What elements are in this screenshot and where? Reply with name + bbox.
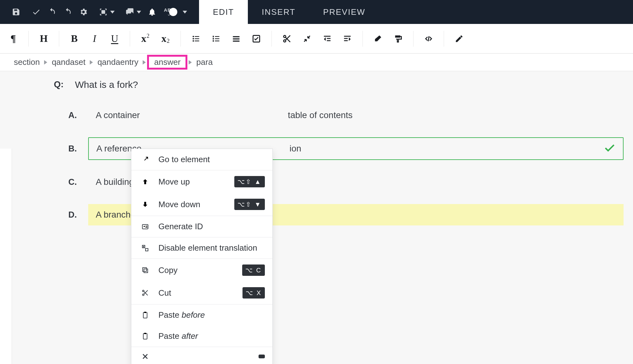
settings-button[interactable] bbox=[76, 5, 91, 19]
question-text[interactable]: What is a fork? bbox=[75, 79, 138, 90]
svg-point-4 bbox=[193, 40, 194, 42]
heading-button[interactable]: H bbox=[34, 30, 54, 48]
svg-rect-27 bbox=[145, 226, 147, 226]
svg-rect-24 bbox=[395, 35, 400, 37]
svg-rect-33 bbox=[143, 312, 147, 318]
format-painter-button[interactable] bbox=[388, 30, 408, 48]
crumb-para[interactable]: para bbox=[193, 56, 216, 68]
indent-button[interactable] bbox=[337, 30, 357, 48]
pencil-icon bbox=[455, 34, 464, 43]
step-list-icon bbox=[232, 34, 241, 43]
ctx-move-down[interactable]: Move down ⌥⇧ ▼ bbox=[131, 193, 272, 216]
svg-rect-34 bbox=[144, 312, 146, 313]
outdent-button[interactable] bbox=[317, 30, 337, 48]
svg-rect-1 bbox=[195, 36, 199, 37]
comments-button[interactable] bbox=[122, 5, 144, 19]
crumb-qandaset[interactable]: qandaset bbox=[48, 56, 88, 68]
svg-point-17 bbox=[284, 40, 286, 42]
tab-preview[interactable]: PREVIEW bbox=[309, 0, 379, 24]
svg-rect-3 bbox=[195, 38, 199, 39]
approve-button[interactable] bbox=[28, 5, 44, 19]
eraser-icon bbox=[374, 34, 382, 43]
subscript-button[interactable]: x2 bbox=[155, 30, 175, 48]
svg-rect-25 bbox=[142, 225, 148, 229]
svg-rect-13 bbox=[233, 38, 240, 39]
numbered-list-button[interactable] bbox=[206, 30, 226, 48]
chevron-down-icon bbox=[183, 11, 187, 14]
bullet-list-icon bbox=[191, 34, 200, 43]
svg-point-0 bbox=[193, 36, 194, 37]
ctx-paste-before-label: Paste before bbox=[158, 310, 265, 320]
answer-label: D. bbox=[58, 210, 77, 220]
document: Q: What is a fork? A. A container table … bbox=[0, 71, 633, 225]
svg-rect-36 bbox=[144, 333, 146, 334]
ctx-paste-after[interactable]: Paste after bbox=[131, 326, 272, 347]
answer-row-a: A. A container table of contents bbox=[58, 105, 624, 126]
format-ribbon: ¶ H B I U x2 x2 bbox=[0, 24, 633, 54]
topbar: ABC EDIT INSERT PREVIEW bbox=[0, 0, 633, 24]
crumb-qandaentry[interactable]: qandaentry bbox=[94, 56, 141, 68]
svg-rect-12 bbox=[233, 36, 240, 37]
ctx-go-to-element[interactable]: Go to element bbox=[131, 149, 272, 170]
paste-icon bbox=[139, 311, 151, 319]
svg-rect-9 bbox=[213, 36, 214, 37]
svg-rect-18 bbox=[324, 36, 331, 37]
question-label: Q: bbox=[47, 79, 64, 89]
bullet-list-button[interactable] bbox=[186, 30, 206, 48]
redo-icon bbox=[63, 8, 72, 16]
ctx-move-up[interactable]: Move up ⌥⇧ ▲ bbox=[131, 170, 272, 193]
spellcheck-toggle[interactable]: ABC bbox=[164, 5, 186, 19]
copy-icon bbox=[139, 266, 151, 274]
bold-button[interactable]: B bbox=[64, 30, 84, 48]
id-card-icon bbox=[139, 223, 151, 230]
indent-icon bbox=[343, 34, 352, 43]
ctx-paste-before[interactable]: Paste before bbox=[131, 304, 272, 326]
answer-box[interactable]: A container table of contents bbox=[88, 105, 624, 126]
svg-point-16 bbox=[284, 35, 286, 37]
chevron-right-icon bbox=[143, 60, 146, 65]
answer-text-after: ion bbox=[289, 144, 301, 154]
underline-button[interactable]: U bbox=[105, 30, 125, 48]
erase-button[interactable] bbox=[368, 30, 388, 48]
svg-rect-20 bbox=[327, 40, 331, 41]
ctx-delete[interactable] bbox=[131, 347, 272, 364]
redo-button[interactable] bbox=[60, 5, 76, 19]
tab-insert[interactable]: INSERT bbox=[248, 0, 309, 24]
arrow-up-icon bbox=[139, 178, 151, 185]
comments-icon bbox=[125, 8, 134, 16]
chevron-down-icon bbox=[137, 11, 141, 14]
bell-icon bbox=[148, 7, 157, 17]
undo-button[interactable] bbox=[44, 5, 60, 19]
step-list-button[interactable] bbox=[226, 30, 246, 48]
checkbox-button[interactable] bbox=[246, 30, 266, 48]
share-icon bbox=[139, 156, 151, 163]
notifications-button[interactable] bbox=[144, 5, 160, 19]
code-icon bbox=[424, 34, 433, 43]
svg-rect-6 bbox=[215, 36, 220, 37]
collapse-button[interactable] bbox=[297, 30, 317, 48]
crumb-section[interactable]: section bbox=[11, 56, 43, 68]
ctx-disable-translation[interactable]: Disable element translation bbox=[131, 237, 272, 259]
check-icon bbox=[603, 141, 616, 156]
translate-icon bbox=[139, 244, 151, 252]
outdent-icon bbox=[323, 34, 332, 43]
check-icon bbox=[32, 8, 41, 16]
ctx-generate-id[interactable]: Generate ID bbox=[131, 216, 272, 237]
superscript-button[interactable]: x2 bbox=[135, 30, 155, 48]
group-select-button[interactable] bbox=[96, 5, 118, 19]
source-code-button[interactable] bbox=[419, 30, 439, 48]
answer-label: B. bbox=[58, 144, 77, 154]
tab-edit[interactable]: EDIT bbox=[199, 0, 248, 24]
ctx-copy[interactable]: Copy ⌥ C bbox=[131, 259, 272, 282]
ctx-cut[interactable]: Cut ⌥ X bbox=[131, 282, 272, 304]
crumb-answer[interactable]: answer bbox=[147, 55, 187, 70]
edit-button[interactable] bbox=[449, 30, 469, 48]
italic-button[interactable]: I bbox=[84, 30, 105, 48]
save-button[interactable] bbox=[8, 5, 24, 19]
paragraph-mark-button[interactable]: ¶ bbox=[3, 30, 23, 48]
paint-roller-icon bbox=[394, 34, 402, 43]
group-select-icon bbox=[99, 8, 108, 16]
topbar-tools: ABC bbox=[0, 5, 186, 19]
svg-point-26 bbox=[144, 226, 145, 227]
cut-toolbar-button[interactable] bbox=[277, 30, 297, 48]
